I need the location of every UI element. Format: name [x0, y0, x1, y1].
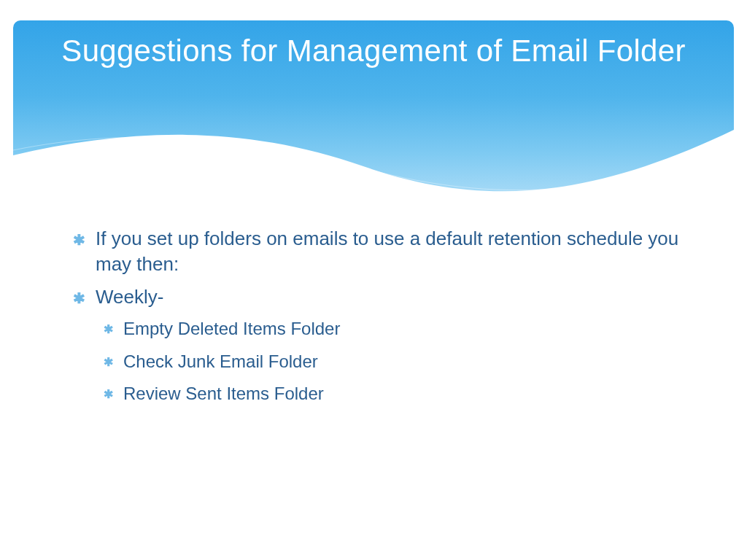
bullet-text: Weekly-: [96, 284, 689, 310]
asterisk-icon: ✱: [104, 354, 113, 370]
list-item: ✱ Check Junk Email Folder: [73, 350, 689, 373]
list-item: ✱ If you set up folders on emails to use…: [73, 226, 689, 277]
bullet-text: If you set up folders on emails to use a…: [96, 226, 689, 277]
bullet-text: Empty Deleted Items Folder: [123, 317, 689, 341]
list-item: ✱ Review Sent Items Folder: [73, 382, 689, 405]
asterisk-icon: ✱: [73, 289, 85, 308]
list-item: ✱ Empty Deleted Items Folder: [73, 317, 689, 341]
presentation-slide: Suggestions for Management of Email Fold…: [0, 0, 747, 560]
bullet-text: Review Sent Items Folder: [123, 382, 689, 405]
asterisk-icon: ✱: [104, 322, 113, 338]
bullet-text: Check Junk Email Folder: [123, 350, 689, 373]
asterisk-icon: ✱: [104, 386, 113, 402]
list-item: ✱ Weekly-: [73, 284, 689, 310]
slide-body: ✱ If you set up folders on emails to use…: [73, 226, 689, 414]
slide-title: Suggestions for Management of Email Fold…: [13, 32, 734, 71]
asterisk-icon: ✱: [73, 230, 85, 250]
